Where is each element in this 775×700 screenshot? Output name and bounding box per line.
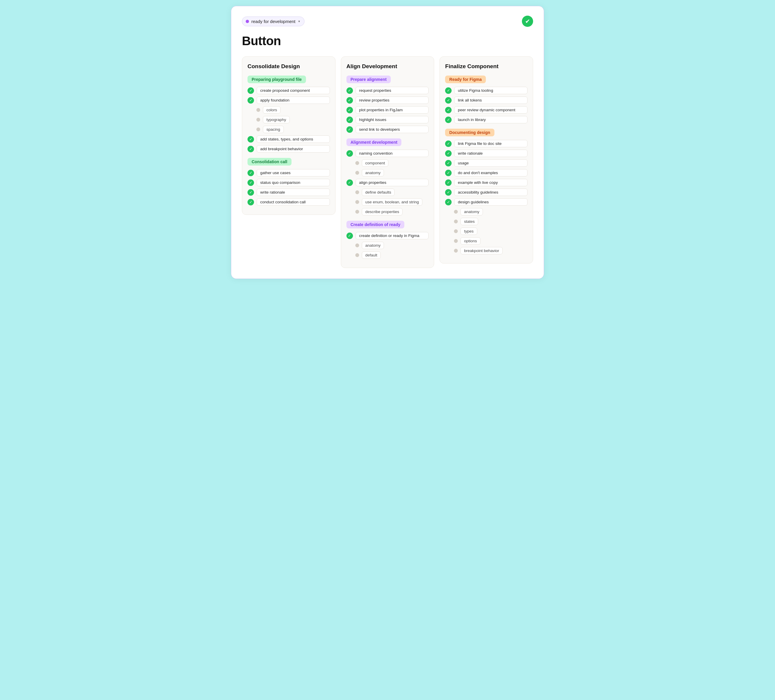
sub-label: states [461,218,478,225]
check-label: accessibility guidelines [454,189,527,196]
sub-dot-icon [355,244,359,247]
check-item: ✓usage [445,159,527,167]
section: Prepare alignment✓request properties✓rev… [346,75,429,133]
sub-item: component [355,159,429,167]
status-pill[interactable]: ready for development ▾ [242,17,304,26]
sub-label: options [461,237,481,245]
sub-dot-icon [355,161,359,165]
check-label: conduct consolidation call [257,198,330,206]
column-align: Align DevelopmentPrepare alignment✓reque… [341,56,434,268]
check-icon: ✓ [346,116,353,123]
sub-dot-icon [355,210,359,214]
sub-label: anatomy [362,169,384,176]
sub-label: typography [263,116,290,123]
check-icon: ✓ [346,126,353,133]
check-icon: ✓ [445,150,452,157]
check-label: send link to developers [356,126,429,133]
main-card: ready for development ▾ ✔ Button Consoli… [231,6,544,279]
check-label: launch in library [454,116,527,123]
sub-label: anatomy [461,208,483,216]
check-icon: ✓ [248,146,254,152]
check-item: ✓peer review dynamic component [445,106,527,114]
check-icon: ✓ [248,189,254,196]
sub-dot-icon [454,210,458,214]
check-label: add states, types, and options [257,136,330,143]
check-icon: ✓ [346,179,353,186]
sub-label: breakpoint behavior [461,247,503,254]
sub-item: anatomy [454,208,527,216]
check-icon: ✓ [445,179,452,186]
check-item: ✓status quo comparison [248,179,330,186]
sub-dot-icon [454,219,458,223]
check-item: ✓add states, types, and options [248,136,330,143]
section: Create definition of ready✓create defini… [346,219,429,259]
check-item: ✓request properties [346,87,429,94]
check-icon: ✓ [445,141,452,147]
check-icon: ✓ [346,97,353,104]
check-label: highlight issues [356,116,429,123]
sub-label: default [362,251,381,259]
check-label: create definition or ready in Figma [356,232,429,239]
page-title: Button [242,34,533,48]
check-label: review properties [356,96,429,104]
check-item: ✓naming convention [346,149,429,157]
sub-label: use enum, boolean, and string [362,198,422,206]
check-label: usage [454,159,527,167]
check-label: example with live copy [454,179,527,186]
section-label: Create definition of ready [346,221,405,229]
check-icon: ✓ [445,116,452,123]
check-label: write rationale [454,149,527,157]
sub-dot-icon [256,108,260,112]
sub-dot-icon [355,171,359,175]
check-item: ✓conduct consolidation call [248,198,330,206]
check-label: request properties [356,87,429,94]
section: Consolidation call✓gather use cases✓stat… [248,157,330,206]
sub-label: define defaults [362,189,395,196]
check-label: align properties [356,179,429,186]
section-label: Alignment development [346,138,402,146]
check-label: apply foundation [257,96,330,104]
sub-label: spacing [263,126,284,133]
check-icon: ✓ [445,170,452,176]
verified-badge-icon: ✔ [522,16,533,27]
check-label: design guidelines [454,198,527,206]
column-title-align: Align Development [346,63,429,70]
sub-label: component [362,159,389,167]
columns: Consolidate DesignPreparing playground f… [242,56,533,268]
section: Documenting design✓link Figma file to do… [445,128,527,254]
sub-item: types [454,227,527,235]
check-icon: ✓ [445,189,452,196]
check-item: ✓plot properties in FigJam [346,106,429,114]
sub-item: anatomy [355,169,429,176]
check-icon: ✓ [445,97,452,104]
sub-item: typography [256,116,330,123]
check-icon: ✓ [445,107,452,113]
check-item: ✓accessibility guidelines [445,189,527,196]
column-title-consolidate: Consolidate Design [248,63,330,70]
check-item: ✓review properties [346,96,429,104]
sub-item: spacing [256,126,330,133]
check-icon: ✓ [248,87,254,94]
check-label: plot properties in FigJam [356,106,429,114]
check-icon: ✓ [248,170,254,176]
check-icon: ✓ [445,87,452,94]
sub-item: breakpoint behavior [454,247,527,254]
check-icon: ✓ [248,179,254,186]
sub-item: use enum, boolean, and string [355,198,429,206]
check-item: ✓design guidelines [445,198,527,206]
sub-label: describe properties [362,208,403,216]
check-label: naming convention [356,149,429,157]
section-label: Preparing playground file [248,76,306,83]
check-item: ✓write rationale [445,149,527,157]
sub-item: states [454,218,527,225]
check-item: ✓create definition or ready in Figma [346,232,429,239]
check-item: ✓launch in library [445,116,527,123]
check-label: do and don't examples [454,169,527,176]
check-icon: ✓ [248,136,254,143]
check-item: ✓link all tokens [445,96,527,104]
check-label: status quo comparison [257,179,330,186]
check-label: gather use cases [257,169,330,176]
sub-label: colors [263,106,281,114]
check-icon: ✓ [346,107,353,113]
header-row: ready for development ▾ ✔ [242,16,533,27]
